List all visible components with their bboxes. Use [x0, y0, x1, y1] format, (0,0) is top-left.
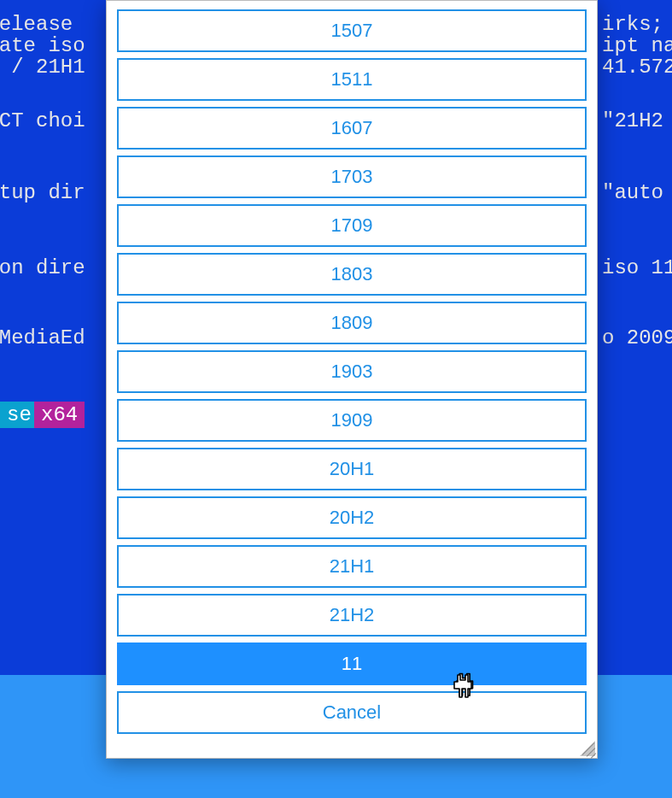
option-label: 1809: [331, 312, 373, 334]
badge-se: se: [0, 402, 38, 428]
terminal-fragment: "auto: [602, 181, 663, 204]
badge-x64: x64: [34, 402, 85, 428]
option-label: Cancel: [323, 701, 381, 724]
terminal-fragment: ipt na: [602, 34, 672, 57]
option-label: 1709: [331, 214, 373, 237]
version-option-1803[interactable]: 1803: [117, 253, 587, 296]
version-dialog: 15071511160717031709180318091903190920H1…: [106, 0, 598, 759]
version-option-1909[interactable]: 1909: [117, 399, 587, 442]
option-label: 21H2: [330, 604, 375, 626]
option-label: 1703: [331, 166, 373, 188]
option-label: 11: [342, 653, 362, 675]
terminal-fragment: setup dir: [0, 181, 85, 204]
resize-grip-icon[interactable]: [580, 741, 595, 756]
terminal-fragment: tion dire: [0, 256, 85, 279]
terminal-fragment: d MediaEd: [0, 326, 85, 349]
terminal-fragment: 41.572: [602, 56, 672, 79]
version-option-11[interactable]: 11: [117, 643, 587, 685]
terminal-fragment: MCT choi: [0, 109, 85, 132]
version-option-1709[interactable]: 1709: [117, 204, 587, 247]
terminal-fragment: irks;: [602, 13, 663, 36]
option-label: 1507: [331, 20, 373, 42]
terminal-fragment: Release: [0, 13, 73, 36]
option-label: 20H1: [330, 458, 375, 480]
option-label: 20H2: [330, 507, 375, 529]
option-label: 1909: [331, 409, 373, 431]
option-label: 1511: [331, 68, 373, 91]
option-label: 21H1: [330, 555, 375, 578]
terminal-fragment: "21H2: [602, 109, 663, 132]
terminal-fragment: iso 11: [602, 256, 672, 279]
version-option-20H2[interactable]: 20H2: [117, 496, 587, 539]
terminal-fragment: reate iso: [0, 34, 85, 57]
version-option-21H1[interactable]: 21H1: [117, 545, 587, 588]
version-option-1703[interactable]: 1703: [117, 155, 587, 198]
version-option-1903[interactable]: 1903: [117, 350, 587, 393]
option-label: 1607: [331, 117, 373, 139]
terminal-fragment: o 2009: [602, 326, 672, 349]
cancel-button[interactable]: Cancel: [117, 691, 587, 734]
version-option-1507[interactable]: 1507: [117, 9, 587, 52]
version-option-1607[interactable]: 1607: [117, 107, 587, 150]
option-label: 1903: [331, 361, 373, 383]
version-option-20H1[interactable]: 20H1: [117, 448, 587, 490]
terminal-fragment: 65 / 21H1: [0, 56, 85, 79]
version-option-1511[interactable]: 1511: [117, 58, 587, 101]
version-option-1809[interactable]: 1809: [117, 302, 587, 344]
version-option-21H2[interactable]: 21H2: [117, 594, 587, 637]
option-label: 1803: [331, 263, 373, 285]
